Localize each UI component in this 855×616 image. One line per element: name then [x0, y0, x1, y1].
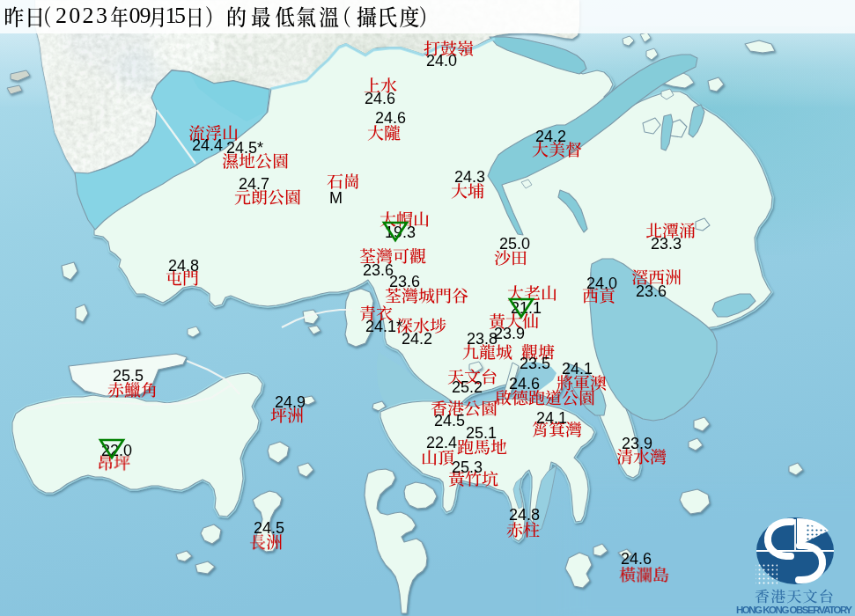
svg-text:24.7: 24.7 [239, 175, 269, 193]
svg-text:23.3: 23.3 [651, 235, 682, 253]
svg-text:24.2: 24.2 [535, 128, 566, 145]
svg-text:24.4: 24.4 [192, 136, 223, 154]
svg-text:25.0: 25.0 [499, 235, 530, 253]
svg-text:25.1: 25.1 [466, 424, 497, 442]
svg-text:24.5: 24.5 [254, 519, 284, 537]
svg-text:M: M [329, 189, 343, 207]
svg-text:24.1*: 24.1* [365, 318, 402, 335]
svg-text:24.6: 24.6 [509, 375, 540, 392]
svg-text:23.5: 23.5 [520, 355, 550, 372]
svg-text:24.5*: 24.5* [226, 139, 263, 157]
svg-text:24.2: 24.2 [402, 330, 432, 348]
svg-text:23.9: 23.9 [494, 325, 525, 342]
svg-text:23.9: 23.9 [622, 435, 652, 452]
svg-text:24.1: 24.1 [562, 360, 593, 378]
svg-text:24.8: 24.8 [168, 257, 199, 275]
svg-text:23.6: 23.6 [636, 282, 667, 300]
svg-text:24.3: 24.3 [454, 168, 485, 186]
svg-text:24.6: 24.6 [375, 109, 406, 127]
svg-text:23.8: 23.8 [467, 330, 498, 348]
svg-text:24.5: 24.5 [434, 412, 465, 429]
svg-text:24.6: 24.6 [621, 550, 652, 568]
svg-text:24.6: 24.6 [365, 90, 395, 107]
svg-text:24.8: 24.8 [509, 506, 540, 524]
svg-text:24.0: 24.0 [426, 52, 457, 70]
svg-text:25.2: 25.2 [452, 378, 483, 396]
svg-text:22.4: 22.4 [426, 434, 457, 451]
svg-text:24.9: 24.9 [275, 393, 306, 411]
svg-text:24.1: 24.1 [536, 409, 567, 427]
svg-text:HONG KONG OBSERVATORY: HONG KONG OBSERVATORY [736, 605, 852, 615]
svg-text:25.5: 25.5 [113, 367, 144, 385]
svg-text:24.0: 24.0 [586, 275, 617, 292]
svg-text:23.6: 23.6 [389, 273, 420, 290]
svg-text:25.3: 25.3 [452, 458, 483, 476]
